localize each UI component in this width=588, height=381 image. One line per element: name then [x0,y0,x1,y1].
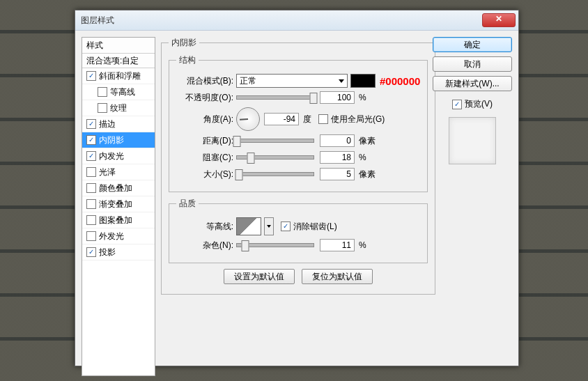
cancel-button[interactable]: 取消 [433,56,512,72]
titlebar[interactable]: 图层样式 ✕ [75,10,518,31]
chevron-down-icon [339,79,344,83]
style-checkbox[interactable]: ✓ [86,151,96,161]
group-quality: 品质 等高线: ✓ 消除锯齿(L) 杂色(N): % [169,198,428,263]
style-checkbox[interactable] [98,87,107,97]
style-item-label: 投影 [99,247,116,258]
shadow-color-swatch[interactable] [350,74,376,88]
global-light-checkbox[interactable] [318,114,328,124]
blend-mode-dropdown[interactable]: 正常 [236,74,348,88]
size-unit: 像素 [359,169,376,180]
choke-label: 阻塞(C): [176,152,236,164]
ok-button[interactable]: 确定 [433,37,512,52]
style-item-label: 描边 [99,118,116,130]
group-main: 内阴影 结构 混合模式(B): 正常 #000000 [161,37,435,295]
style-item-label: 颜色叠加 [99,182,132,194]
opacity-input[interactable] [320,91,355,104]
angle-input[interactable] [264,113,299,125]
antialias-checkbox[interactable]: ✓ [281,221,291,231]
style-item-5[interactable]: ✓内发光 [82,148,155,164]
layer-style-dialog: 图层样式 ✕ 样式 混合选项:自定 ✓斜面和浮雕等高线纹理✓描边✓内阴影✓内发光… [75,10,519,366]
style-item-6[interactable]: 光泽 [82,164,155,180]
styles-panel: 样式 混合选项:自定 ✓斜面和浮雕等高线纹理✓描边✓内阴影✓内发光光泽颜色叠加渐… [82,37,155,376]
distance-unit: 像素 [359,135,376,147]
style-item-label: 图案叠加 [99,215,132,226]
styles-header[interactable]: 样式 [82,38,155,54]
style-item-10[interactable]: 外发光 [82,228,155,244]
distance-input[interactable] [320,134,355,147]
preview-thumbnail [449,117,496,164]
style-item-label: 纹理 [110,102,127,114]
style-item-8[interactable]: 渐变叠加 [82,196,155,212]
new-style-button[interactable]: 新建样式(W)... [433,76,512,91]
preview-checkbox[interactable]: ✓ [452,100,462,109]
close-button[interactable]: ✕ [482,13,516,27]
preview-label: 预览(V) [465,98,493,110]
global-light-label: 使用全局光(G) [331,114,385,125]
style-item-0[interactable]: ✓斜面和浮雕 [82,68,155,84]
style-item-2[interactable]: 纹理 [82,100,155,116]
style-checkbox[interactable]: ✓ [86,135,96,145]
opacity-unit: % [359,93,366,102]
size-label: 大小(S): [176,169,236,180]
color-annotation: #000000 [380,75,420,87]
style-item-label: 内发光 [99,150,124,162]
group-quality-title: 品质 [176,198,199,210]
background: 图层样式 ✕ 样式 混合选项:自定 ✓斜面和浮雕等高线纹理✓描边✓内阴影✓内发光… [0,0,588,381]
choke-unit: % [359,153,366,162]
opacity-label: 不透明度(O): [176,92,236,104]
size-slider[interactable] [236,172,314,176]
style-item-11[interactable]: ✓投影 [82,244,155,261]
choke-slider[interactable] [236,155,314,160]
distance-slider[interactable] [236,139,314,143]
style-checkbox[interactable] [86,215,96,225]
blend-mode-label: 混合模式(B): [176,75,236,87]
noise-label: 杂色(N): [176,240,236,251]
style-item-label: 斜面和浮雕 [99,70,141,82]
reset-default-button[interactable]: 复位为默认值 [302,269,373,284]
angle-dial[interactable] [236,107,260,131]
style-item-1[interactable]: 等高线 [82,84,155,100]
noise-slider[interactable] [236,243,314,247]
opacity-slider[interactable] [236,95,314,100]
style-item-9[interactable]: 图案叠加 [82,212,155,228]
contour-dropdown[interactable] [264,217,274,235]
style-checkbox[interactable]: ✓ [86,71,96,81]
group-structure-title: 结构 [176,54,199,66]
angle-label: 角度(A): [176,114,236,125]
window-title: 图层样式 [81,15,482,26]
style-checkbox[interactable] [86,231,96,241]
choke-input[interactable] [320,151,355,164]
make-default-button[interactable]: 设置为默认值 [224,269,295,284]
noise-input[interactable] [320,239,355,251]
group-structure: 结构 混合模式(B): 正常 #000000 不透明度(O): [169,54,428,192]
noise-unit: % [359,240,366,250]
style-item-label: 光泽 [99,166,116,178]
distance-label: 距离(D): [176,135,236,147]
blend-options-row[interactable]: 混合选项:自定 [82,54,155,68]
style-checkbox[interactable] [86,183,96,193]
style-item-7[interactable]: 颜色叠加 [82,180,155,196]
contour-picker[interactable] [236,217,261,235]
style-item-label: 外发光 [99,231,124,242]
blend-mode-value: 正常 [240,75,256,87]
style-item-3[interactable]: ✓描边 [82,116,155,132]
style-item-label: 内阴影 [99,134,124,146]
antialias-label: 消除锯齿(L) [293,221,337,233]
contour-label: 等高线: [176,221,236,233]
size-input[interactable] [320,168,355,180]
group-main-title: 内阴影 [169,37,199,49]
style-checkbox[interactable] [86,167,96,177]
chevron-down-icon [267,225,271,228]
style-item-label: 等高线 [110,86,135,98]
style-checkbox[interactable] [86,199,96,209]
angle-unit: 度 [303,114,311,125]
style-item-4[interactable]: ✓内阴影 [82,132,155,148]
style-item-label: 渐变叠加 [99,199,132,210]
style-checkbox[interactable]: ✓ [86,247,96,257]
style-checkbox[interactable]: ✓ [86,119,96,129]
style-checkbox[interactable] [98,103,107,113]
